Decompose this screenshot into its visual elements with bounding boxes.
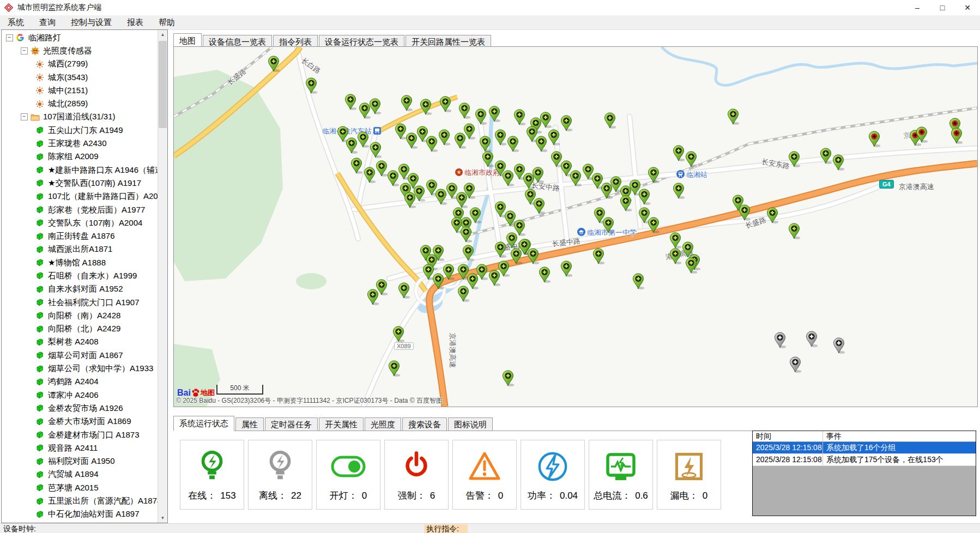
map-pin-online[interactable] xyxy=(426,136,438,152)
map-pin-online[interactable] xyxy=(727,108,739,125)
map-pin-online[interactable] xyxy=(469,207,481,223)
map-pin-online[interactable] xyxy=(420,99,432,115)
tree-item-22[interactable]: 向阳桥（北）A2429 xyxy=(2,323,158,336)
map-pin-online[interactable] xyxy=(346,137,358,154)
tree-item-33[interactable]: 汽贸城 A1894 xyxy=(2,468,158,481)
map-pin-online[interactable] xyxy=(539,266,551,283)
map-pin-offline[interactable] xyxy=(789,356,801,373)
tree-item-5[interactable]: 城北(2859) xyxy=(2,97,158,110)
tab-bottom-0[interactable]: 系统运行状态 xyxy=(173,416,234,431)
map-pin-online[interactable] xyxy=(387,170,399,186)
tree-item-16[interactable]: 城西派出所A1871 xyxy=(2,243,158,256)
map-pin-online[interactable] xyxy=(527,248,539,264)
map-pin-online[interactable] xyxy=(673,183,685,199)
map-pin-online[interactable] xyxy=(395,123,407,140)
map-pin-online[interactable] xyxy=(435,189,447,205)
tree-item-23[interactable]: 梨树巷 A2408 xyxy=(2,336,158,349)
map-pin-online[interactable] xyxy=(548,129,560,146)
map-pin-online[interactable] xyxy=(475,108,487,125)
map-pin-alarm[interactable] xyxy=(868,131,880,147)
map-pin-online[interactable] xyxy=(462,245,474,261)
map-pin-online[interactable] xyxy=(620,195,632,211)
map-pin-online[interactable] xyxy=(438,129,450,146)
map-pin-online[interactable] xyxy=(766,207,778,223)
menu-item-4[interactable]: 帮助 xyxy=(151,16,183,29)
map-pin-online[interactable] xyxy=(502,170,514,186)
tree-item-35[interactable]: 五里派出所（富源汽配）A1874 xyxy=(2,494,158,507)
map-pin-online[interactable] xyxy=(739,204,751,221)
tree-item-2[interactable]: 城西(2799) xyxy=(2,58,158,71)
map-pin-alarm[interactable] xyxy=(916,126,928,143)
map-pin-online[interactable] xyxy=(401,95,413,111)
tree-item-7[interactable]: 五尖山大门东 A1949 xyxy=(2,124,158,137)
map-pin-online[interactable] xyxy=(357,131,369,148)
map-pin-online[interactable] xyxy=(432,245,444,261)
map-pin-online[interactable] xyxy=(406,132,418,149)
map-view[interactable]: 长白路长盛路临湘长途汽车站临湘市政府临湘站长安东路长安中路长盛中路长盛中路长盛路… xyxy=(173,46,978,407)
tree-item-18[interactable]: 石咀桥（自来水）A1999 xyxy=(2,269,158,282)
tree-item-0[interactable]: −临湘路灯 xyxy=(2,31,158,44)
tree-item-13[interactable]: 彭家巷（党校后面）A1977 xyxy=(2,203,158,216)
tree-item-25[interactable]: 烟草公司（求知中学）A1933 xyxy=(2,362,158,375)
map-pin-online[interactable] xyxy=(669,248,681,264)
tree-item-14[interactable]: 交警队东（107南）A2004 xyxy=(2,216,158,229)
map-pin-online[interactable] xyxy=(540,112,552,128)
map-pin-online[interactable] xyxy=(685,257,697,274)
scroll-up-icon[interactable]: ▲ xyxy=(158,30,167,39)
map-pin-online[interactable] xyxy=(376,279,388,295)
map-pin-online[interactable] xyxy=(369,98,381,114)
map-pin-online[interactable] xyxy=(498,261,510,277)
tab-bottom-2[interactable]: 定时器任务 xyxy=(265,417,318,431)
map-pin-online[interactable] xyxy=(268,56,280,72)
scrollbar-thumb[interactable] xyxy=(159,41,167,128)
map-pin-online[interactable] xyxy=(388,360,400,377)
tree-item-36[interactable]: 中石化加油站对面 A1897 xyxy=(2,508,158,521)
map-pin-online[interactable] xyxy=(788,151,800,167)
map-pin-online[interactable] xyxy=(602,217,614,233)
map-pin-online[interactable] xyxy=(535,136,547,152)
event-row-0[interactable]: 2025/3/28 12:15:08系统加载了16个分组 xyxy=(753,442,976,454)
map-pin-online[interactable] xyxy=(560,115,572,131)
map-pin-online[interactable] xyxy=(560,261,572,277)
map-pin-online[interactable] xyxy=(413,185,425,202)
tree-item-15[interactable]: 南正街转盘 A1876 xyxy=(2,229,158,243)
map-pin-online[interactable] xyxy=(370,142,382,158)
map-pin-online[interactable] xyxy=(592,248,604,264)
map-pin-online[interactable] xyxy=(532,167,544,183)
tree-item-6[interactable]: −107国道沿线(31/31) xyxy=(2,111,158,124)
tree-item-21[interactable]: 向阳桥（南）A2428 xyxy=(2,309,158,322)
minimize-button[interactable]: – xyxy=(905,0,930,15)
map-pin-online[interactable] xyxy=(350,158,362,174)
tree-expander-icon[interactable]: − xyxy=(21,113,28,120)
tab-bottom-6[interactable]: 图标说明 xyxy=(448,417,493,431)
tree-item-11[interactable]: ★交警队西(107南) A1917 xyxy=(2,177,158,190)
tree-item-19[interactable]: 自来水斜对面 A1952 xyxy=(2,283,158,296)
tab-bottom-3[interactable]: 开关属性 xyxy=(319,417,364,431)
tab-bottom-5[interactable]: 搜索设备 xyxy=(402,417,447,431)
tree-item-32[interactable]: 福利院对面 A1950 xyxy=(2,455,158,468)
map-pin-offline[interactable] xyxy=(833,337,845,354)
tree-expander-icon[interactable]: − xyxy=(21,47,28,54)
map-pin-online[interactable] xyxy=(788,223,800,239)
tree-item-10[interactable]: ★建新中路路口东 A1946（辅道灯） xyxy=(2,163,158,177)
map-pin-online[interactable] xyxy=(507,136,519,152)
map-pin-online[interactable] xyxy=(673,145,685,161)
tree-item-12[interactable]: 107北（建新中路路口西）A2014 xyxy=(2,190,158,203)
tree-item-4[interactable]: 城中(2151) xyxy=(2,84,158,97)
map-pin-offline[interactable] xyxy=(806,331,818,347)
map-pin-online[interactable] xyxy=(506,232,518,249)
map-pin-online[interactable] xyxy=(392,326,404,342)
map-pin-alarm[interactable] xyxy=(951,128,963,144)
menu-item-3[interactable]: 报表 xyxy=(119,16,151,29)
close-button[interactable]: ✕ xyxy=(955,0,980,15)
menu-item-2[interactable]: 控制与设置 xyxy=(63,16,119,29)
tree-item-37[interactable] xyxy=(2,521,158,523)
menu-item-0[interactable]: 系统 xyxy=(0,16,32,29)
map-pin-online[interactable] xyxy=(488,106,500,122)
map-pin-online[interactable] xyxy=(458,102,470,119)
map-pin-online[interactable] xyxy=(344,94,356,110)
map-pin-online[interactable] xyxy=(476,264,488,280)
map-pin-online[interactable] xyxy=(398,282,410,299)
map-pin-online[interactable] xyxy=(479,136,491,152)
map-pin-online[interactable] xyxy=(494,241,506,258)
